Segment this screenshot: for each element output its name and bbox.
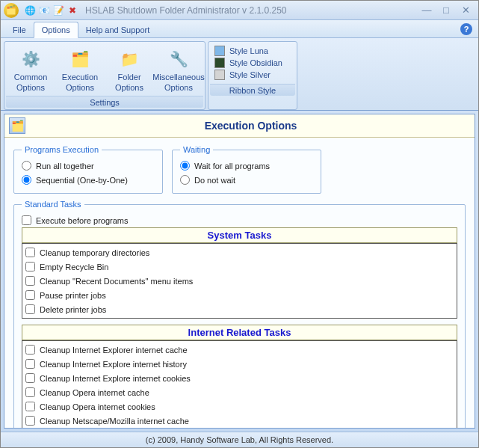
legend-standard: Standard Tasks <box>22 200 84 209</box>
menu-help[interactable]: Help and Support <box>78 22 158 37</box>
titlebar: 🗂️ 🌐 📧 📝 ✖ HSLAB Shutdown Folder Adminis… <box>1 1 478 20</box>
task-item[interactable]: Delete printer jobs <box>25 302 454 316</box>
radio-sequential-one-by-one-[interactable]: Sequential (One-by-One) <box>22 173 155 187</box>
menubar: File Options Help and Support ? <box>1 20 478 38</box>
window-controls: — □ ✕ <box>420 4 475 16</box>
ribbon: ⚙️CommonOptions🗂️ExecutionOptions📁Folder… <box>1 38 478 111</box>
miscellaneous-icon: 🔧 <box>167 47 191 71</box>
task-item[interactable]: Cleanup Internet Explorer internet cache <box>25 343 454 357</box>
radio-input[interactable] <box>22 161 31 171</box>
menu-file[interactable]: File <box>5 22 34 37</box>
common-icon: ⚙️ <box>19 47 43 71</box>
quick-access-toolbar: 🌐 📧 📝 ✖ <box>23 4 79 17</box>
system-tasks-box: Cleanup temporary directoriesEmpty Recyc… <box>22 243 457 319</box>
fieldset-programs-execution: Programs Execution Run all togetherSeque… <box>13 145 163 194</box>
window-title: HSLAB Shutdown Folder Administrator v 2.… <box>85 5 420 16</box>
ribbon-btn-miscellaneous[interactable]: 🔧MiscellaneousOptions <box>154 43 203 94</box>
help-icon[interactable]: ? <box>460 23 472 35</box>
task-checkbox[interactable] <box>25 387 35 397</box>
swatch-icon <box>214 58 225 68</box>
task-item[interactable]: Cleanup Internet Explore internet histor… <box>25 357 454 371</box>
qat-btn-1[interactable]: 🌐 <box>23 4 37 17</box>
style-item-style-obsidian[interactable]: Style Obsidian <box>213 57 292 69</box>
section-header: 🗂️ Execution Options <box>4 114 475 138</box>
system-tasks-header: System Tasks <box>22 227 457 243</box>
qat-btn-2[interactable]: 📧 <box>37 4 51 17</box>
task-checkbox[interactable] <box>25 290 35 300</box>
ribbon-caption-style: Ribbon Style <box>210 84 295 96</box>
content-panel: 🗂️ Execution Options Programs Execution … <box>4 114 475 429</box>
ribbon-group-settings: ⚙️CommonOptions🗂️ExecutionOptions📁Folder… <box>4 41 205 110</box>
radio-do-not-wait[interactable]: Do not wait <box>180 173 313 187</box>
task-checkbox[interactable] <box>25 262 35 271</box>
footer: (c) 2009, Handy Software Lab, All Rights… <box>1 432 478 447</box>
maximize-button[interactable]: □ <box>439 4 453 16</box>
style-item-style-silver[interactable]: Style Silver <box>213 69 292 81</box>
task-item[interactable]: Cleanup Opera internet cache <box>25 385 454 399</box>
radio-input[interactable] <box>180 161 190 171</box>
ribbon-btn-common[interactable]: ⚙️CommonOptions <box>6 43 55 94</box>
radio-wait-for-all-programs[interactable]: Wait for all programs <box>180 159 313 173</box>
exec-before-row[interactable]: Execute before programs <box>22 213 457 227</box>
ribbon-btn-folder[interactable]: 📁FolderOptions <box>105 43 154 94</box>
menu-options[interactable]: Options <box>34 22 78 38</box>
task-checkbox[interactable] <box>25 416 35 426</box>
fieldset-standard-tasks: Standard Tasks Execute before programs S… <box>13 200 466 428</box>
task-checkbox[interactable] <box>25 304 35 314</box>
internet-tasks-header: Internet Related Tasks <box>22 325 457 340</box>
swatch-icon <box>214 46 225 56</box>
task-item[interactable]: Cleanup Netscape/Mozilla internet cache <box>25 414 454 428</box>
ribbon-caption-settings: Settings <box>6 96 203 108</box>
folder-icon: 📁 <box>117 47 141 71</box>
app-window: 🗂️ 🌐 📧 📝 ✖ HSLAB Shutdown Folder Adminis… <box>1 1 478 447</box>
task-checkbox[interactable] <box>25 402 35 411</box>
swatch-icon <box>214 70 225 80</box>
task-item[interactable]: Empty Recycle Bin <box>25 260 454 274</box>
exec-before-checkbox[interactable] <box>22 215 31 225</box>
minimize-button[interactable]: — <box>420 4 433 16</box>
task-checkbox[interactable] <box>25 345 35 355</box>
task-item[interactable]: Cleanup Opera internet cookies <box>25 399 454 414</box>
internet-tasks-box: Cleanup Internet Explorer internet cache… <box>22 340 457 428</box>
qat-btn-3[interactable]: 📝 <box>52 4 65 17</box>
exec-before-label: Execute before programs <box>36 216 129 225</box>
body: Programs Execution Run all togetherSeque… <box>4 138 475 428</box>
legend-programs: Programs Execution <box>22 145 102 154</box>
radio-input[interactable] <box>22 175 31 185</box>
task-item[interactable]: Pause printer jobs <box>25 288 454 302</box>
page-title: Execution Options <box>31 120 470 132</box>
task-checkbox[interactable] <box>25 359 35 369</box>
app-icon[interactable]: 🗂️ <box>4 3 19 18</box>
task-item[interactable]: Cleanup Internet Explore internet cookie… <box>25 371 454 385</box>
task-item[interactable]: Cleanup "Recent Documents" menu items <box>25 274 454 288</box>
style-item-style-luna[interactable]: Style Luna <box>213 45 292 57</box>
legend-waiting: Waiting <box>180 145 213 154</box>
radio-input[interactable] <box>180 175 190 185</box>
ribbon-group-style: Style LunaStyle ObsidianStyle Silver Rib… <box>208 41 297 110</box>
close-button[interactable]: ✕ <box>459 4 472 16</box>
execution-icon: 🗂️ <box>68 47 92 71</box>
task-checkbox[interactable] <box>25 373 35 383</box>
section-header-icon: 🗂️ <box>9 117 25 134</box>
ribbon-btn-execution[interactable]: 🗂️ExecutionOptions <box>55 43 105 94</box>
radio-run-all-together[interactable]: Run all together <box>22 159 155 173</box>
task-item[interactable]: Cleanup temporary directories <box>25 245 454 260</box>
task-checkbox[interactable] <box>25 276 35 286</box>
task-checkbox[interactable] <box>25 248 35 257</box>
fieldset-waiting: Waiting Wait for all programsDo not wait <box>172 145 321 194</box>
qat-btn-4[interactable]: ✖ <box>66 4 79 17</box>
